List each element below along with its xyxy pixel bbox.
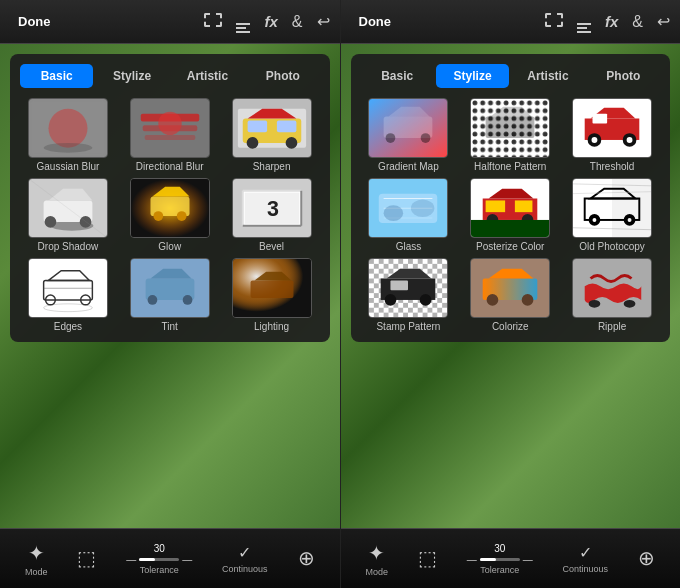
selection-icon-right[interactable] (545, 13, 563, 31)
thumb-colorize (470, 258, 550, 318)
toolbar-top-left: Done fx & ↩ (0, 0, 340, 44)
svg-point-22 (80, 216, 92, 228)
label-directional-blur: Directional Blur (136, 161, 204, 172)
effect-old-photocopy[interactable]: Old Photocopy (564, 178, 660, 252)
svg-point-29 (177, 211, 187, 221)
layers-icon-left: ⊕ (298, 546, 315, 570)
tab-basic-right[interactable]: Basic (361, 64, 434, 88)
effect-bevel[interactable]: 3 Bevel (224, 178, 320, 252)
svg-point-117 (624, 300, 636, 308)
thumb-edges (28, 258, 108, 318)
tolerance-label-right: Tolerance (480, 565, 519, 575)
effect-directional-blur[interactable]: Directional Blur (122, 98, 218, 172)
tab-photo-right[interactable]: Photo (587, 64, 660, 88)
label-sharpen: Sharpen (253, 161, 291, 172)
effects-grid-left: Gaussian Blur (20, 98, 320, 332)
bottom-layers-left[interactable]: ⊕ (298, 546, 315, 572)
label-threshold: Threshold (590, 161, 634, 172)
undo-icon-right[interactable]: ↩ (657, 12, 670, 31)
tab-stylize-right[interactable]: Stylize (436, 64, 509, 88)
label-lighting: Lighting (254, 321, 289, 332)
tab-photo-left[interactable]: Photo (246, 64, 319, 88)
tab-artistic-right[interactable]: Artistic (511, 64, 584, 88)
svg-point-116 (589, 300, 601, 308)
thumb-drop-shadow (28, 178, 108, 238)
effect-gradient-map[interactable]: Gradient Map (361, 98, 457, 172)
effect-colorize[interactable]: Colorize (462, 258, 558, 332)
svg-rect-14 (247, 120, 267, 132)
bottom-check-right[interactable]: ✓ Continuous (563, 543, 609, 574)
tab-basic-left[interactable]: Basic (20, 64, 93, 88)
svg-point-79 (384, 205, 404, 221)
thumb-directional-blur (130, 98, 210, 158)
effects-panel-right: Basic Stylize Artistic Photo (351, 54, 671, 342)
toolbar-icons-left: fx & ↩ (204, 11, 329, 33)
tolerance-slider-right[interactable]: — — (467, 554, 533, 565)
tolerance-value-left: 30 (154, 543, 165, 554)
toolbar-bottom-right: ✦ Mode ⬚ 30 — — Tolerance ✓ Continuous ⊕ (341, 528, 681, 588)
svg-point-94 (593, 218, 597, 222)
svg-rect-88 (471, 220, 549, 238)
wand-label-left: Mode (25, 567, 48, 577)
tolerance-label-left: Tolerance (140, 565, 179, 575)
label-stamp-pattern: Stamp Pattern (376, 321, 440, 332)
label-halftone-pattern: Halftone Pattern (474, 161, 546, 172)
effect-stamp-pattern[interactable]: Stamp Pattern (361, 258, 457, 332)
tab-bar-right: Basic Stylize Artistic Photo (361, 64, 661, 88)
bottom-wand-right[interactable]: ✦ Mode (365, 541, 388, 577)
check-icon-left: ✓ (238, 543, 251, 562)
bottom-wand-left[interactable]: ✦ Mode (25, 541, 48, 577)
bottom-rect-right[interactable]: ⬚ (418, 546, 437, 572)
thumb-posterize-color (470, 178, 550, 238)
effect-halftone-pattern[interactable]: Halftone Pattern (462, 98, 558, 172)
sliders-icon-right[interactable] (577, 11, 591, 33)
fx-icon-left[interactable]: fx (264, 13, 277, 30)
bottom-layers-right[interactable]: ⊕ (638, 546, 655, 572)
fx-icon-right[interactable]: fx (605, 13, 618, 30)
label-tint: Tint (162, 321, 178, 332)
sliders-icon-left[interactable] (236, 11, 250, 33)
effect-edges[interactable]: Edges (20, 258, 116, 332)
svg-rect-50 (131, 259, 209, 318)
thumb-ripple (572, 258, 652, 318)
done-button-right[interactable]: Done (351, 10, 400, 33)
tolerance-value-right: 30 (494, 543, 505, 554)
tab-stylize-left[interactable]: Stylize (95, 64, 168, 88)
selection-icon-left[interactable] (204, 13, 222, 31)
undo-icon-left[interactable]: ↩ (317, 12, 330, 31)
right-panel: Done fx & ↩ Basic Stylize Artistic Photo (341, 0, 681, 588)
effect-sharpen[interactable]: Sharpen (224, 98, 320, 172)
effect-glow[interactable]: Glow (122, 178, 218, 252)
bottom-check-left[interactable]: ✓ Continuous (222, 543, 268, 574)
rect-icon-right: ⬚ (418, 546, 437, 570)
effect-lighting[interactable]: Lighting (224, 258, 320, 332)
done-button-left[interactable]: Done (10, 10, 59, 33)
bottom-tolerance-left[interactable]: 30 — — Tolerance (126, 543, 192, 575)
tab-bar-left: Basic Stylize Artistic Photo (20, 64, 320, 88)
left-panel: Done fx & ↩ Basic Stylize Artistic Photo (0, 0, 340, 588)
toolbar-top-right: Done fx & ↩ (341, 0, 681, 44)
thumb-gradient-map (368, 98, 448, 158)
svg-point-8 (158, 112, 181, 135)
tab-artistic-left[interactable]: Artistic (171, 64, 244, 88)
amp-icon-left[interactable]: & (292, 13, 303, 31)
thumb-bevel: 3 (232, 178, 312, 238)
bottom-rect-left[interactable]: ⬚ (77, 546, 96, 572)
label-posterize-color: Posterize Color (476, 241, 544, 252)
thumb-sharpen (232, 98, 312, 158)
bottom-tolerance-right[interactable]: 30 — — Tolerance (467, 543, 533, 575)
svg-point-13 (285, 137, 297, 149)
amp-icon-right[interactable]: & (632, 13, 643, 31)
thumb-old-photocopy (572, 178, 652, 238)
effect-glass[interactable]: Glass (361, 178, 457, 252)
effect-posterize-color[interactable]: Posterize Color (462, 178, 558, 252)
effect-gaussian-blur[interactable]: Gaussian Blur (20, 98, 116, 172)
effect-threshold[interactable]: Threshold (564, 98, 660, 172)
tolerance-slider-left[interactable]: — — (126, 554, 192, 565)
effect-ripple[interactable]: Ripple (564, 258, 660, 332)
thumb-threshold (572, 98, 652, 158)
effect-drop-shadow[interactable]: Drop Shadow (20, 178, 116, 252)
effect-tint[interactable]: Tint (122, 258, 218, 332)
thumb-stamp-pattern (368, 258, 448, 318)
label-edges: Edges (54, 321, 82, 332)
